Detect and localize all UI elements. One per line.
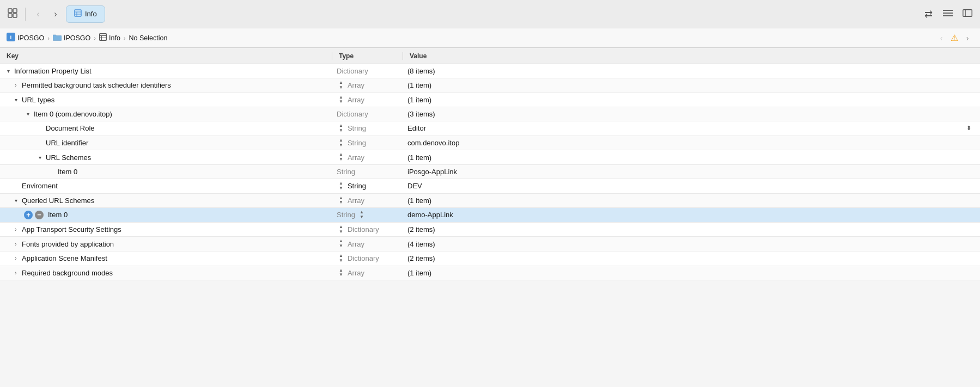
grid-view-button[interactable] [5,7,20,21]
disclosure-button[interactable]: › [12,240,20,248]
table-row[interactable]: › Permitted background task scheduler id… [0,78,980,93]
menu-button[interactable] [941,7,955,21]
key-cell: URL identifier [0,137,332,149]
value-cell: DEV [403,180,980,192]
add-remove-buttons: + − [24,211,44,219]
table-row[interactable]: ▾ URL Schemes ▲▼ Array (1 item) [0,150,980,165]
type-stepper[interactable]: ▲▼ [339,138,343,148]
type-cell: String ▲▼ [332,208,403,222]
type-stepper[interactable]: ▲▼ [339,81,343,90]
breadcrumb-back-button[interactable]: ‹ [935,32,947,44]
table-row[interactable]: ▾ Queried URL Schemes ▲▼ Array (1 item) [0,194,980,208]
iposgo-app-icon: i [7,33,15,43]
type-stepper[interactable]: ▲▼ [339,268,343,278]
chevron-left-icon: ‹ [36,9,39,19]
table-row[interactable]: ▾ Information Property List Dictionary (… [0,64,980,78]
table-row[interactable]: Item 0 String iPosgo-AppLink [0,165,980,179]
table-row[interactable]: › App Transport Security Settings ▲▼ Dic… [0,223,980,237]
sidebar-toggle-button[interactable] [960,7,975,21]
key-cell: + − Item 0 [0,208,332,222]
row-key-label: App Transport Security Settings [22,225,121,234]
breadcrumb-iposgo-folder[interactable]: IPOSGO [53,34,90,42]
type-stepper[interactable]: ▲▼ [339,95,343,105]
row-key-label: Required background modes [22,269,113,277]
info-tab[interactable]: Info [66,5,105,23]
value-cell: (1 item) [403,94,980,106]
value-cell: (2 items) [403,223,980,236]
value-cell: demo-AppLink [403,208,980,221]
table-row[interactable]: URL identifier ▲▼ String com.denovo.itop [0,136,980,151]
toolbar: ‹ › Info ⇄ [0,0,980,28]
type-stepper[interactable]: ▲▼ [339,181,343,191]
chevron-right-icon: › [54,9,57,19]
key-cell: ▾ URL Schemes [0,151,332,164]
back-button[interactable]: ‹ [31,7,45,21]
key-cell: Document Role [0,122,332,134]
type-cell: ▲▼ String [332,179,403,193]
table-row[interactable]: › Fonts provided by application ▲▼ Array… [0,237,980,251]
key-cell: › Permitted background task scheduler id… [0,79,332,91]
sidebar-icon [963,9,972,19]
disclosure-button[interactable]: ▾ [36,153,44,161]
type-stepper[interactable]: ▲▼ [339,152,343,162]
breadcrumb-info-label: Info [109,34,120,42]
svg-rect-3 [13,14,17,17]
menu-icon [943,9,953,19]
disclosure-button[interactable]: ▾ [24,110,32,118]
svg-rect-11 [963,9,972,16]
row-key-label: URL Schemes [46,153,91,162]
breadcrumb-bar: i IPOSGO › IPOSGO › Info › No Selection … [0,28,980,48]
type-cell: ▲▼ Array [332,266,403,280]
row-key-label: Information Property List [14,67,92,75]
refresh-button[interactable]: ⇄ [921,7,935,21]
type-cell: ▲▼ Array [332,93,403,107]
key-cell: ▾ URL types [0,94,332,106]
disclosure-button[interactable]: › [12,226,20,234]
table-row[interactable]: › Application Scene Manifest ▲▼ Dictiona… [0,251,980,266]
info-table-icon [99,33,107,42]
disclosure-button[interactable]: ▾ [4,67,12,75]
value-cell: (1 item) [403,151,980,164]
table-row[interactable]: Document Role ▲▼ String Editor ⬍ [0,121,980,136]
remove-item-button[interactable]: − [35,211,44,219]
type-stepper[interactable]: ▲▼ [339,196,343,206]
type-stepper[interactable]: ▲▼ [339,254,343,263]
breadcrumb-forward-button[interactable]: › [961,32,973,44]
row-key-label: Queried URL Schemes [22,196,94,205]
disclosure-button[interactable]: ▾ [12,196,20,204]
table-row[interactable]: › Required background modes ▲▼ Array (1 … [0,266,980,281]
table-row[interactable]: ▾ Item 0 (com.denovo.itop) Dictionary (3… [0,107,980,121]
value-column-header: Value [403,52,980,60]
type-cell: ▲▼ Array [332,237,403,251]
disclosure-button[interactable]: ▾ [12,96,20,103]
value-cell: (2 items) [403,252,980,265]
row-key-label: Item 0 [48,211,68,219]
disclosure-button[interactable]: › [12,82,20,89]
table-row[interactable]: ▾ URL types ▲▼ Array (1 item) [0,93,980,108]
type-stepper[interactable]: ▲▼ [339,239,343,249]
value-dropdown-chevron[interactable]: ⬍ [966,125,971,132]
breadcrumb-chevron-3: › [124,35,126,41]
breadcrumb-iposgo-root[interactable]: i IPOSGO [7,33,44,43]
disclosure-button[interactable]: › [12,269,20,277]
add-item-button[interactable]: + [24,211,33,219]
forward-button[interactable]: › [48,7,63,21]
table-row[interactable]: + − Item 0 String ▲▼ demo-AppLink [0,208,980,223]
type-stepper[interactable]: ▲▼ [339,124,343,133]
key-cell: › Application Scene Manifest [0,252,332,265]
breadcrumb-info[interactable]: Info [99,33,120,42]
breadcrumb-no-selection: No Selection [129,34,168,42]
breadcrumb-chevron-2: › [94,35,96,41]
disclosure-button[interactable]: › [12,255,20,262]
type-stepper[interactable]: ▲▼ [339,225,343,235]
row-key-label: Enviroment [22,182,58,190]
key-column-header: Key [0,52,332,60]
type-stepper[interactable]: ▲▼ [360,210,364,220]
value-cell: (8 items) [403,65,980,77]
type-cell: ▲▼ Array [332,194,403,208]
folder-icon [53,34,62,42]
chevron-right-icon: › [966,34,969,42]
row-key-label: Permitted background task scheduler iden… [22,81,171,89]
table-row[interactable]: Enviroment ▲▼ String DEV [0,179,980,194]
toolbar-divider [25,8,26,21]
